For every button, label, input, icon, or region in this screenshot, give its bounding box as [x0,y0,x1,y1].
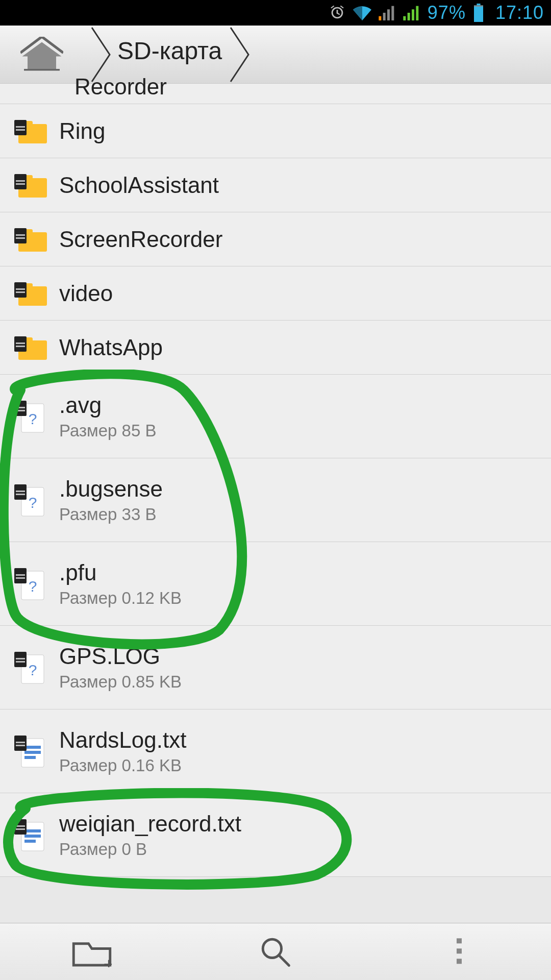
file-name: video [59,281,113,306]
status-bar: 97% 17:10 [0,0,551,26]
list-item[interactable]: ? .bugsense Размер 33 B [0,458,551,542]
file-name: Recorder [74,74,167,100]
svg-rect-37 [16,346,25,347]
folder-icon [14,225,54,254]
file-list: Recorder Ring SchoolAssistant ScreenReco… [0,84,551,877]
file-size: Размер 85 B [59,421,156,440]
svg-text:?: ? [29,662,37,678]
unknown-file-icon: ? [14,482,54,518]
file-name: GPS.LOG [59,644,182,669]
svg-rect-46 [16,491,25,492]
svg-rect-5 [408,13,410,20]
file-name: weiqian_record.txt [59,811,241,837]
file-size: Размер 0.12 KB [59,589,182,608]
file-size: Размер 0 B [59,840,241,859]
svg-rect-52 [16,577,25,579]
svg-rect-36 [16,342,25,344]
file-name: SchoolAssistant [59,173,219,198]
file-size: Размер 0.85 KB [59,672,182,692]
svg-rect-42 [16,410,25,411]
svg-rect-63 [16,742,25,743]
svg-rect-51 [16,574,25,576]
unknown-file-icon: ? [14,566,54,602]
list-item[interactable]: ? .avg Размер 85 B [0,375,551,458]
folder-icon [14,171,54,200]
svg-rect-78 [457,959,462,964]
list-item[interactable]: video [0,266,551,321]
svg-rect-76 [457,938,462,943]
overflow-menu-button[interactable] [367,923,551,980]
breadcrumb-current[interactable]: SD-карта [117,37,222,65]
svg-rect-1 [383,13,386,20]
file-size: Размер 0.16 KB [59,756,186,775]
svg-rect-12 [24,69,60,71]
svg-rect-60 [24,751,41,754]
file-name: .pfu [59,560,182,585]
svg-rect-8 [477,4,480,6]
list-item[interactable]: ScreenRecorder [0,212,551,266]
battery-icon [473,4,484,22]
svg-rect-9 [474,6,483,22]
new-folder-button[interactable]: + [0,923,184,980]
svg-rect-71 [16,828,25,830]
folder-icon [14,333,54,362]
svg-rect-10 [474,6,483,7]
svg-rect-77 [457,948,462,953]
list-item[interactable]: Recorder [0,84,551,104]
svg-rect-0 [379,16,381,20]
svg-rect-26 [16,234,25,236]
signal-1-icon [379,5,396,20]
battery-percent: 97% [428,2,466,23]
svg-line-75 [279,955,289,965]
folder-icon [14,279,54,308]
svg-rect-59 [24,746,41,749]
svg-rect-66 [24,829,41,832]
file-name: .avg [59,393,156,418]
svg-text:?: ? [29,494,37,511]
file-name: WhatsApp [59,335,163,360]
file-name: NardsLog.txt [59,727,186,753]
svg-text:?: ? [29,410,37,427]
list-item[interactable]: ? GPS.LOG Размер 0.85 KB [0,626,551,709]
svg-rect-32 [16,291,25,293]
svg-rect-47 [16,494,25,495]
folder-icon [14,117,54,145]
svg-rect-56 [16,658,25,659]
list-item[interactable]: Ring [0,104,551,158]
svg-rect-68 [24,840,36,843]
svg-rect-22 [16,183,25,185]
list-item[interactable]: WhatsApp [0,321,551,375]
search-button[interactable] [184,923,367,980]
svg-rect-2 [387,9,390,20]
svg-rect-27 [16,237,25,239]
svg-rect-70 [16,825,25,827]
svg-rect-41 [16,407,25,408]
list-item[interactable]: weiqian_record.txt Размер 0 B [0,793,551,877]
svg-rect-61 [24,756,36,759]
svg-rect-7 [416,6,418,20]
doc-file-icon [14,817,54,853]
unknown-file-icon: ? [14,650,54,685]
file-name: .bugsense [59,476,163,502]
list-item[interactable]: ? .pfu Размер 0.12 KB [0,542,551,626]
alarm-icon [329,4,346,21]
file-name: ScreenRecorder [59,227,222,252]
wifi-icon [353,5,371,20]
svg-rect-6 [412,9,414,20]
signal-2-icon [403,5,420,20]
svg-rect-3 [391,6,394,20]
svg-rect-57 [16,661,25,663]
unknown-file-icon: ? [14,399,54,434]
svg-text:+: + [104,953,112,967]
svg-rect-17 [16,129,25,131]
list-item[interactable]: NardsLog.txt Размер 0.16 KB [0,709,551,793]
file-name: Ring [59,118,106,144]
svg-rect-31 [16,288,25,290]
file-size: Размер 33 B [59,505,163,524]
list-item[interactable]: SchoolAssistant [0,158,551,212]
svg-rect-16 [16,126,25,128]
svg-rect-21 [16,180,25,182]
clock-time: 17:10 [495,2,544,23]
svg-text:?: ? [29,578,37,595]
doc-file-icon [14,733,54,769]
